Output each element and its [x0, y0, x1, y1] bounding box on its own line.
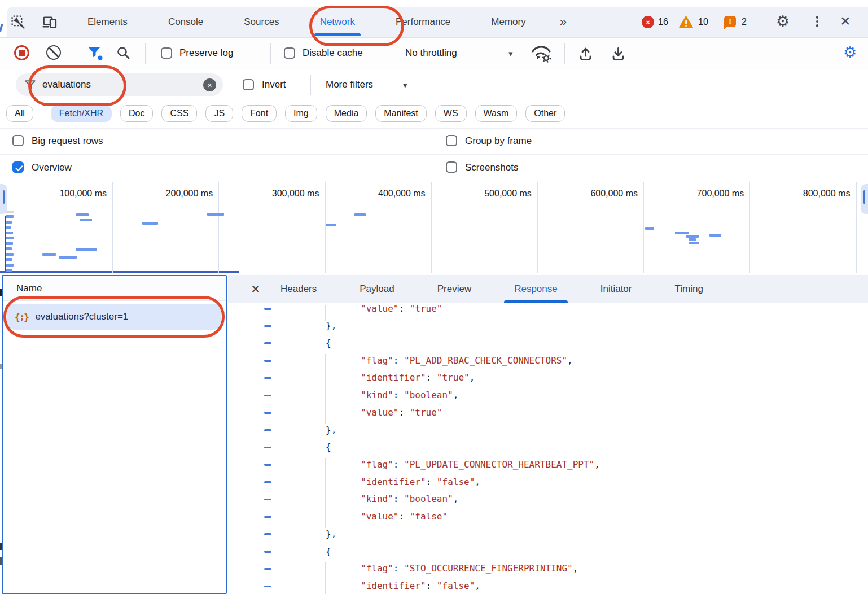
overview-tick-label: 600,000 ms: [559, 189, 638, 199]
code-line: "identifier": "false",: [361, 474, 480, 491]
close-devtools-icon[interactable]: ×: [840, 12, 851, 29]
overview-gridline: [112, 182, 113, 273]
request-row[interactable]: {;}evaluations?cluster=1: [7, 304, 221, 330]
type-chip-ws[interactable]: WS: [435, 105, 467, 122]
invert-checkbox[interactable]: [243, 79, 254, 90]
detail-tab-timing[interactable]: Timing: [664, 275, 713, 303]
screenshots-label: Screenshots: [465, 162, 519, 173]
indent-guide: [325, 458, 326, 528]
code-line: "identifier": "false",: [361, 578, 480, 594]
more-filters-caret-icon[interactable]: ▾: [403, 80, 407, 90]
detail-tab-preview[interactable]: Preview: [427, 275, 481, 303]
issues-badge-icon[interactable]: !: [724, 16, 736, 27]
overview-request-bar: [6, 258, 12, 261]
overview-gridline: [749, 182, 750, 273]
network-settings-gear-icon[interactable]: ⚙: [843, 45, 857, 60]
detail-tab-response[interactable]: Response: [504, 275, 568, 303]
detail-tab-strip: HeadersPayloadPreviewResponseInitiatorTi…: [270, 275, 713, 303]
code-line: },: [326, 526, 336, 543]
type-chip-manifest[interactable]: Manifest: [375, 105, 426, 122]
settings-gear-icon[interactable]: ⚙: [776, 14, 790, 29]
warning-badge-icon[interactable]: [679, 16, 693, 28]
overview-request-bar: [709, 234, 721, 237]
disable-cache-checkbox[interactable]: [284, 47, 295, 59]
close-detail-icon[interactable]: ×: [246, 275, 265, 303]
overview-tick-label: 100,000 ms: [28, 189, 107, 199]
overview-right-handle[interactable]: [861, 184, 868, 214]
throttling-caret-icon[interactable]: ▾: [508, 49, 513, 59]
overview-left-handle[interactable]: [0, 184, 7, 214]
tab-sources[interactable]: Sources: [234, 7, 289, 37]
preserve-log-checkbox[interactable]: [161, 47, 172, 59]
more-filters-button[interactable]: More filters: [326, 79, 373, 90]
type-chip-wasm[interactable]: Wasm: [475, 105, 518, 122]
code-line: {: [326, 439, 331, 456]
detail-tab-bar: × HeadersPayloadPreviewResponseInitiator…: [228, 275, 868, 303]
error-badge-icon[interactable]: ×: [642, 16, 654, 28]
screenshots-checkbox[interactable]: [446, 161, 457, 173]
gutter-mark: [264, 499, 271, 501]
search-icon[interactable]: [116, 46, 131, 60]
overview-request-bar: [207, 213, 224, 216]
filter-input[interactable]: evaluations: [42, 79, 203, 90]
tab-console[interactable]: Console: [158, 7, 213, 37]
tab-memory[interactable]: Memory: [481, 7, 536, 37]
clear-network-log-icon[interactable]: [46, 45, 61, 60]
type-chip-font[interactable]: Font: [242, 105, 277, 122]
type-chip-css[interactable]: CSS: [161, 105, 197, 122]
detail-tab-headers[interactable]: Headers: [270, 275, 327, 303]
overview-tick-label: 700,000 ms: [665, 189, 744, 199]
overview-request-bar: [689, 242, 699, 244]
code-line: "kind": "boolean",: [361, 491, 458, 508]
overview-request-bar: [354, 213, 366, 216]
code-line: "value": "false": [361, 508, 448, 526]
code-line: "flag": "PL_ADD_RBAC_CHECK_CONNECTORS",: [361, 352, 573, 370]
gutter-mark: [264, 342, 271, 344]
code-line: },: [326, 317, 336, 335]
throttling-select[interactable]: No throttling: [405, 47, 457, 59]
export-har-icon[interactable]: [611, 45, 626, 62]
overview-label: Overview: [32, 162, 72, 173]
tab-performance[interactable]: Performance: [385, 7, 461, 37]
clear-filter-icon[interactable]: ×: [203, 78, 216, 91]
gutter-mark: [264, 325, 271, 327]
overview-selection-bar[interactable]: [0, 271, 239, 273]
type-chip-media[interactable]: Media: [326, 105, 367, 122]
overview-tick-label: 200,000 ms: [134, 189, 213, 199]
tab-network[interactable]: Network: [310, 7, 365, 37]
overview-request-bar: [6, 237, 14, 239]
error-count: 16: [658, 17, 668, 27]
type-chip-js[interactable]: JS: [205, 105, 233, 122]
divider: [270, 43, 271, 64]
menu-dots-icon[interactable]: [813, 14, 821, 30]
code-line: "kind": "boolean",: [361, 387, 458, 404]
overview-request-bar: [6, 242, 13, 245]
group-by-frame-checkbox[interactable]: [446, 135, 457, 146]
name-column-header[interactable]: Name: [3, 276, 226, 301]
overview-request-bar: [142, 222, 158, 225]
type-chip-img[interactable]: Img: [285, 105, 317, 122]
type-chip-fetchxhr[interactable]: Fetch/XHR: [51, 105, 112, 122]
import-har-icon[interactable]: [578, 45, 593, 62]
tab-elements[interactable]: Elements: [77, 7, 138, 37]
detail-tab-initiator[interactable]: Initiator: [590, 275, 642, 303]
big-request-rows-checkbox[interactable]: [12, 135, 24, 146]
type-chip-doc[interactable]: Doc: [120, 105, 153, 122]
detail-tab-payload[interactable]: Payload: [349, 275, 404, 303]
more-tabs-icon[interactable]: »: [556, 7, 570, 37]
network-overview[interactable]: 100,000 ms200,000 ms300,000 ms400,000 ms…: [0, 182, 868, 273]
device-toolbar-icon[interactable]: [42, 15, 58, 30]
record-network-log-icon[interactable]: [14, 45, 29, 60]
disable-cache-label: Disable cache: [303, 47, 363, 59]
inspect-element-icon[interactable]: [11, 15, 26, 30]
gutter-mark: [264, 464, 271, 466]
code-line: "value": "true": [361, 303, 442, 317]
type-chip-other[interactable]: Other: [525, 105, 565, 122]
code-line: "value": "true": [361, 404, 442, 422]
code-line: {: [326, 335, 331, 352]
overview-checkbox[interactable]: [12, 161, 24, 173]
type-chip-all[interactable]: All: [6, 105, 33, 122]
overview-request-bar: [6, 211, 14, 213]
filter-toggle-icon[interactable]: [87, 46, 103, 61]
network-conditions-icon[interactable]: [529, 44, 555, 63]
